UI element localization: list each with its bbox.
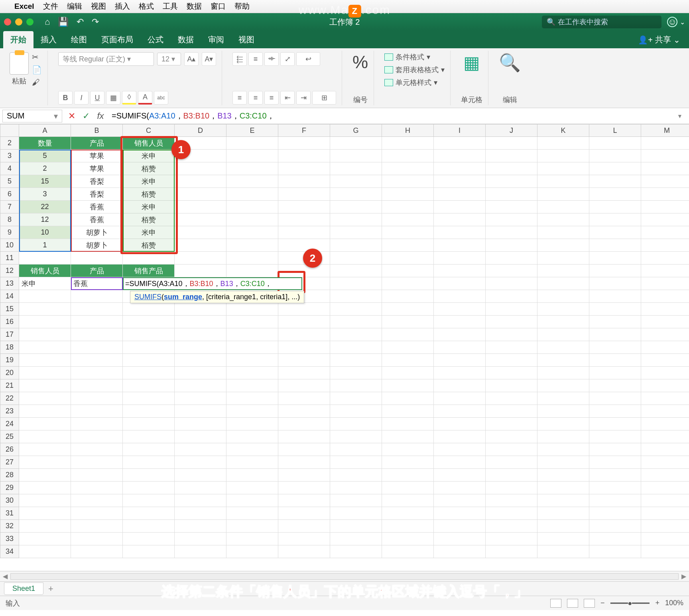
cell-M9[interactable] bbox=[641, 226, 689, 239]
cell-I27[interactable] bbox=[434, 456, 486, 469]
cell-L8[interactable] bbox=[589, 213, 641, 226]
row-header-16[interactable]: 16 bbox=[0, 316, 19, 328]
cell-C12[interactable]: 销售产品 bbox=[123, 265, 175, 277]
cell-F17[interactable] bbox=[278, 328, 330, 341]
cell-J27[interactable] bbox=[486, 456, 537, 469]
cell-A24[interactable] bbox=[19, 418, 71, 430]
cell-M3[interactable] bbox=[641, 150, 689, 162]
cell-K31[interactable] bbox=[537, 507, 589, 520]
cell-C30[interactable] bbox=[123, 494, 175, 507]
cell-D29[interactable] bbox=[175, 482, 226, 494]
cell-I18[interactable] bbox=[434, 341, 486, 354]
cell-G8[interactable] bbox=[330, 213, 382, 226]
cell-A13[interactable]: 米申 bbox=[19, 277, 71, 290]
cell-I3[interactable] bbox=[434, 150, 486, 162]
cell-E21[interactable] bbox=[226, 379, 278, 392]
cell-C4[interactable]: 栢赞 bbox=[123, 162, 175, 175]
cell-C6[interactable]: 栢赞 bbox=[123, 188, 175, 201]
cell-I23[interactable] bbox=[434, 405, 486, 418]
cell-A15[interactable] bbox=[19, 303, 71, 316]
cell-H14[interactable] bbox=[382, 290, 434, 303]
cell-F3[interactable] bbox=[278, 150, 330, 162]
cell-L2[interactable] bbox=[589, 137, 641, 150]
row-header-12[interactable]: 12 bbox=[0, 265, 19, 277]
cell-C21[interactable] bbox=[123, 379, 175, 392]
cell-M13[interactable] bbox=[641, 277, 689, 290]
cell-B22[interactable] bbox=[71, 392, 123, 405]
cell-M26[interactable] bbox=[641, 443, 689, 456]
row-header-17[interactable]: 17 bbox=[0, 328, 19, 341]
col-header-E[interactable]: E bbox=[226, 124, 278, 137]
cell-A18[interactable] bbox=[19, 341, 71, 354]
cell-C18[interactable] bbox=[123, 341, 175, 354]
cell-K27[interactable] bbox=[537, 456, 589, 469]
cell-K18[interactable] bbox=[537, 341, 589, 354]
row-header-21[interactable]: 21 bbox=[0, 379, 19, 392]
cell-A21[interactable] bbox=[19, 379, 71, 392]
cell-F27[interactable] bbox=[278, 456, 330, 469]
cell-M25[interactable] bbox=[641, 430, 689, 443]
row-header-19[interactable]: 19 bbox=[0, 354, 19, 367]
cell-F7[interactable] bbox=[278, 201, 330, 213]
cell-F10[interactable] bbox=[278, 239, 330, 252]
cell-F20[interactable] bbox=[278, 367, 330, 379]
row-header-30[interactable]: 30 bbox=[0, 494, 19, 507]
cell-D17[interactable] bbox=[175, 328, 226, 341]
zoom-out-icon[interactable]: − bbox=[600, 599, 605, 607]
conditional-format-button[interactable]: 条件格式 ▾ bbox=[384, 52, 445, 62]
formula-accept-icon[interactable]: ✓ bbox=[79, 111, 93, 121]
col-header-H[interactable]: H bbox=[382, 124, 434, 137]
formula-input[interactable]: =SUMIFS(A3:A10，B3:B10，B13，C3:C10， bbox=[108, 111, 677, 121]
cell-J15[interactable] bbox=[486, 303, 537, 316]
row-header-5[interactable]: 5 bbox=[0, 175, 19, 188]
decrease-indent-icon[interactable]: ⇤ bbox=[280, 91, 295, 105]
menu-data[interactable]: 数据 bbox=[187, 1, 202, 12]
menu-view[interactable]: 视图 bbox=[91, 1, 106, 12]
cell-K4[interactable] bbox=[537, 162, 589, 175]
cell-J32[interactable] bbox=[486, 520, 537, 533]
cell-G33[interactable] bbox=[330, 533, 382, 545]
row-header-10[interactable]: 10 bbox=[0, 239, 19, 252]
cell-F22[interactable] bbox=[278, 392, 330, 405]
cell-I32[interactable] bbox=[434, 520, 486, 533]
active-cell-edit[interactable]: =SUMIFS(A3:A10，B3:B10，B13，C3:C10， bbox=[123, 277, 302, 290]
cell-A10[interactable]: 1 bbox=[19, 239, 71, 252]
cell-L5[interactable] bbox=[589, 175, 641, 188]
cell-D22[interactable] bbox=[175, 392, 226, 405]
cell-I34[interactable] bbox=[434, 545, 486, 558]
cell-A2[interactable]: 数量 bbox=[19, 137, 71, 150]
cell-L4[interactable] bbox=[589, 162, 641, 175]
row-header-25[interactable]: 25 bbox=[0, 430, 19, 443]
cell-B8[interactable]: 香蕉 bbox=[71, 213, 123, 226]
cell-L18[interactable] bbox=[589, 341, 641, 354]
cell-M33[interactable] bbox=[641, 533, 689, 545]
cell-H24[interactable] bbox=[382, 418, 434, 430]
cell-F12[interactable] bbox=[278, 265, 330, 277]
cell-A23[interactable] bbox=[19, 405, 71, 418]
fill-color-button[interactable]: ◊ bbox=[122, 91, 136, 105]
cell-J3[interactable] bbox=[486, 150, 537, 162]
row-header-9[interactable]: 9 bbox=[0, 226, 19, 239]
cell-G34[interactable] bbox=[330, 545, 382, 558]
find-icon[interactable]: 🔍 bbox=[499, 52, 521, 73]
cell-G27[interactable] bbox=[330, 456, 382, 469]
menu-edit[interactable]: 编辑 bbox=[67, 1, 82, 12]
cell-J25[interactable] bbox=[486, 430, 537, 443]
cell-E32[interactable] bbox=[226, 520, 278, 533]
cell-E33[interactable] bbox=[226, 533, 278, 545]
cell-H6[interactable] bbox=[382, 188, 434, 201]
cell-H16[interactable] bbox=[382, 316, 434, 328]
cell-B16[interactable] bbox=[71, 316, 123, 328]
cell-I4[interactable] bbox=[434, 162, 486, 175]
cell-B18[interactable] bbox=[71, 341, 123, 354]
row-header-26[interactable]: 26 bbox=[0, 443, 19, 456]
cell-L16[interactable] bbox=[589, 316, 641, 328]
cell-H13[interactable] bbox=[382, 277, 434, 290]
cell-H32[interactable] bbox=[382, 520, 434, 533]
cell-G26[interactable] bbox=[330, 443, 382, 456]
cell-M16[interactable] bbox=[641, 316, 689, 328]
cell-J29[interactable] bbox=[486, 482, 537, 494]
row-header-22[interactable]: 22 bbox=[0, 392, 19, 405]
cell-M27[interactable] bbox=[641, 456, 689, 469]
cell-I6[interactable] bbox=[434, 188, 486, 201]
